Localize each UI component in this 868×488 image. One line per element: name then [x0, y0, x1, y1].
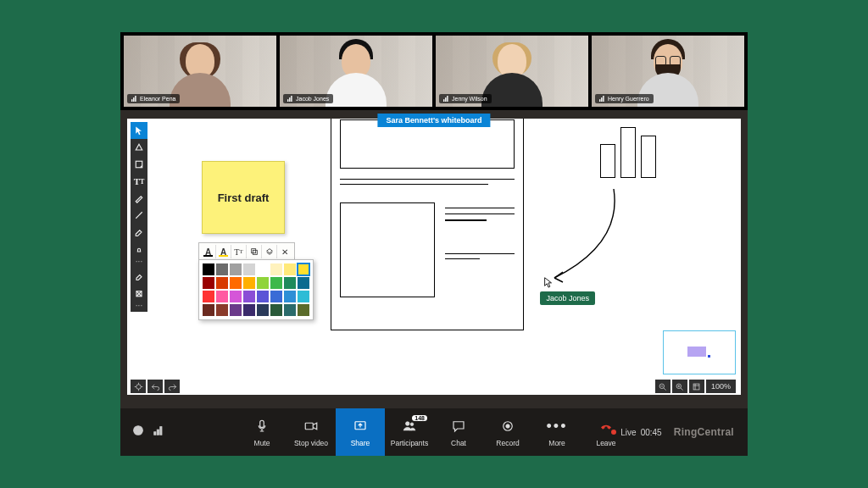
color-swatch[interactable]: [257, 277, 269, 289]
select-tool[interactable]: [131, 122, 147, 139]
color-swatch[interactable]: [257, 304, 269, 316]
clear-tool[interactable]: [131, 285, 147, 302]
more-button[interactable]: ••• More: [532, 408, 581, 456]
text-tool[interactable]: TT: [131, 173, 147, 190]
record-button[interactable]: Record: [483, 408, 532, 456]
color-swatch[interactable]: [298, 304, 309, 316]
control-label: More: [548, 439, 565, 447]
delete-button[interactable]: ✕: [277, 245, 292, 258]
leave-button[interactable]: Leave: [581, 408, 631, 456]
shape-tool[interactable]: [131, 139, 147, 156]
mute-button[interactable]: Mute: [237, 408, 287, 456]
svg-rect-19: [694, 384, 700, 390]
color-swatch[interactable]: [298, 291, 309, 302]
info-icon[interactable]: [132, 424, 144, 440]
participant-name: Jacob Jones: [296, 96, 329, 102]
color-swatch[interactable]: [243, 304, 255, 316]
recenter-button[interactable]: [131, 380, 146, 393]
participant-tile[interactable]: Jacob Jones: [280, 36, 432, 107]
color-swatch[interactable]: [270, 263, 282, 275]
zoom-in-button[interactable]: [672, 380, 687, 393]
control-label: Leave: [596, 439, 615, 447]
remote-cursor: [542, 276, 554, 291]
color-swatch[interactable]: [216, 291, 228, 302]
minimap[interactable]: [663, 330, 736, 374]
copy-button[interactable]: [247, 245, 262, 258]
zoom-fit-button[interactable]: [689, 380, 704, 393]
sticky-note[interactable]: First draft: [202, 161, 285, 234]
color-swatch[interactable]: [298, 277, 309, 289]
svg-rect-9: [599, 99, 600, 102]
color-swatch[interactable]: [203, 263, 214, 275]
font-size-button[interactable]: TT: [231, 245, 247, 258]
sticky-tool[interactable]: [131, 156, 147, 173]
pen-tool[interactable]: [131, 190, 147, 207]
stamp-tool[interactable]: [131, 241, 147, 258]
color-swatch[interactable]: [216, 304, 228, 316]
control-label: Record: [496, 439, 519, 447]
meeting-bar: Mute Stop video Share 148 Participants C…: [120, 408, 748, 456]
svg-rect-0: [131, 99, 132, 102]
color-swatch[interactable]: [243, 291, 255, 302]
redo-button[interactable]: [164, 380, 180, 393]
color-swatch[interactable]: [203, 291, 214, 302]
svg-point-27: [410, 423, 414, 426]
highlighter-tool[interactable]: [131, 224, 147, 241]
svg-rect-8: [447, 96, 448, 102]
eraser-tool[interactable]: [131, 268, 147, 285]
color-swatch[interactable]: [284, 304, 296, 316]
participant-name: Eleanor Pena: [140, 96, 175, 102]
control-label: Chat: [451, 439, 466, 447]
layer-button[interactable]: [262, 245, 277, 258]
color-swatch[interactable]: [203, 304, 214, 316]
color-swatch[interactable]: [270, 304, 282, 316]
highlight-color-button[interactable]: A: [216, 245, 231, 258]
wireframe-document[interactable]: [331, 119, 524, 330]
color-swatch[interactable]: [284, 291, 296, 302]
zoom-out-button[interactable]: [655, 380, 670, 393]
svg-rect-2: [135, 96, 136, 102]
line-tool[interactable]: [131, 207, 147, 224]
color-swatch[interactable]: [230, 304, 242, 316]
color-swatch[interactable]: [284, 277, 296, 289]
text-color-button[interactable]: A: [201, 245, 216, 258]
chat-button[interactable]: Chat: [434, 408, 483, 456]
zoom-level[interactable]: 100%: [706, 380, 736, 393]
participant-tile[interactable]: Jenny Wilson: [436, 36, 588, 107]
tool-rail-more[interactable]: ···: [131, 302, 147, 312]
participant-nameplate: Jenny Wilson: [439, 94, 492, 103]
arrow-sketch[interactable]: [537, 185, 631, 286]
color-swatch[interactable]: [243, 263, 255, 275]
whiteboard-canvas[interactable]: TT ··· ··· First draft A: [127, 119, 741, 395]
color-swatch[interactable]: [216, 263, 228, 275]
color-swatch[interactable]: [230, 291, 242, 302]
color-swatch[interactable]: [270, 277, 282, 289]
bar-chart-sketch[interactable]: [600, 124, 656, 178]
color-swatch[interactable]: [230, 263, 242, 275]
color-swatch[interactable]: [216, 277, 228, 289]
color-swatch[interactable]: [257, 291, 269, 302]
participants-button[interactable]: 148 Participants: [385, 408, 434, 456]
participant-name: Henry Guerrero: [608, 96, 649, 102]
color-swatch[interactable]: [257, 263, 269, 275]
svg-rect-21: [154, 432, 156, 435]
participant-tile[interactable]: Henry Guerrero: [592, 36, 744, 107]
undo-button[interactable]: [147, 380, 163, 393]
signal-icon[interactable]: [153, 424, 164, 440]
color-swatch-panel: [198, 259, 314, 320]
color-swatch[interactable]: [284, 263, 296, 275]
participant-tile[interactable]: Eleanor Pena: [124, 36, 276, 107]
share-button[interactable]: Share: [336, 408, 385, 456]
color-swatch[interactable]: [270, 291, 282, 302]
color-swatch[interactable]: [230, 277, 242, 289]
signal-icon: [131, 96, 137, 102]
color-swatch[interactable]: [203, 277, 214, 289]
stop-video-button[interactable]: Stop video: [287, 408, 336, 456]
svg-rect-22: [157, 430, 159, 435]
svg-rect-15: [251, 249, 255, 253]
live-time: 00:45: [641, 428, 662, 437]
signal-icon: [599, 96, 605, 102]
color-swatch[interactable]: [243, 277, 255, 289]
color-swatch[interactable]: [298, 263, 309, 275]
signal-icon: [287, 96, 293, 102]
